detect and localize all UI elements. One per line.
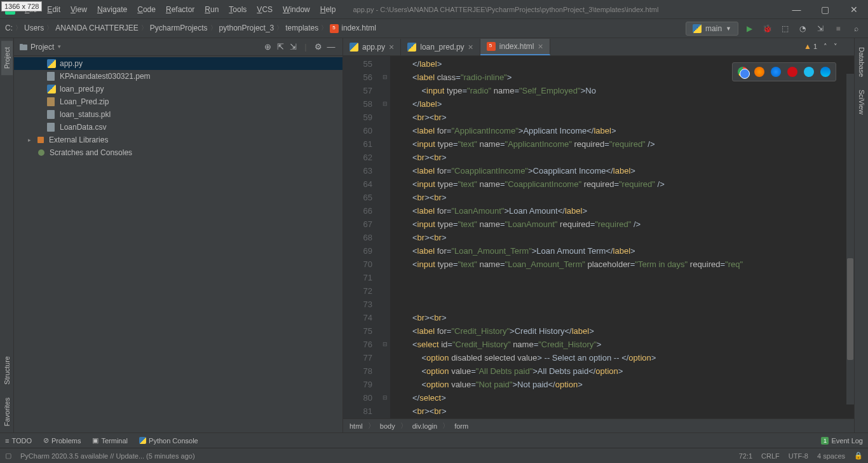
chevron-down-icon: ▼: [57, 44, 62, 50]
editor-tab[interactable]: index.html×: [480, 39, 550, 55]
todo-toolwindow-tab[interactable]: ≡TODO: [5, 437, 32, 445]
project-toolwindow-tab[interactable]: Project: [1, 41, 13, 75]
menu-edit[interactable]: Edit: [43, 3, 65, 17]
dimensions-badge: 868 x 463: [1, 1, 42, 11]
breadcrumbs: C:〉Users〉ANANDA CHATTERJEE〉PycharmProjec…: [5, 24, 376, 33]
external-libraries[interactable]: ▸External Libraries: [14, 134, 342, 146]
file-encoding[interactable]: UTF-8: [789, 452, 808, 460]
attach-button[interactable]: ⇲: [813, 22, 827, 36]
favorites-toolwindow-tab[interactable]: Favorites: [1, 391, 13, 432]
titlebar: FileEditViewNavigateCodeRefactorRunTools…: [0, 0, 868, 19]
stop-button[interactable]: ■: [831, 22, 845, 36]
breadcrumb-item[interactable]: ANANDA CHATTERJEE: [55, 24, 138, 32]
code-editor[interactable]: 5556575859606162636465666768697071727374…: [343, 56, 854, 418]
collapse-all-icon[interactable]: ⇲: [287, 42, 299, 52]
tree-item[interactable]: LoanData.csv: [14, 121, 342, 134]
divider: |: [299, 42, 312, 52]
breadcrumb-item[interactable]: C:: [5, 24, 13, 32]
run-button[interactable]: ▶: [742, 22, 756, 36]
inspection-badge[interactable]: ▲ 1 ˄ ˅: [804, 42, 837, 51]
locate-icon[interactable]: ⊕: [261, 42, 274, 52]
run-config-label: main: [705, 24, 722, 33]
next-highlight-icon[interactable]: ˅: [834, 43, 837, 51]
line-ending[interactable]: CRLF: [761, 452, 780, 460]
event-log-button[interactable]: 1 Event Log: [821, 437, 863, 445]
fold-gutter[interactable]: ⊟⊟⊟⊟: [380, 56, 390, 418]
menu-window[interactable]: Window: [278, 3, 315, 17]
lock-icon[interactable]: 🔒: [854, 452, 863, 460]
scrollbar-thumb[interactable]: [847, 258, 853, 360]
left-tool-stripe: Project Structure Favorites: [0, 38, 14, 432]
debug-button[interactable]: 🐞: [760, 22, 774, 36]
tree-item[interactable]: KPAnandatest030321.pem: [14, 70, 342, 83]
close-button[interactable]: ✕: [839, 0, 868, 19]
tree-item[interactable]: loan_status.pkl: [14, 108, 342, 121]
editor-tab[interactable]: loan_pred.py×: [401, 39, 480, 55]
breadcrumb-item[interactable]: pythonProject_3: [219, 24, 275, 32]
navbar: C:〉Users〉ANANDA CHATTERJEE〉PycharmProjec…: [0, 19, 868, 38]
menu-run[interactable]: Run: [200, 3, 223, 17]
scratches[interactable]: Scratches and Consoles: [14, 146, 342, 159]
search-everywhere-button[interactable]: ⌕: [849, 22, 863, 36]
status-message[interactable]: PyCharm 2020.3.5 available // Update... …: [20, 452, 195, 460]
notification-badge-icon: 1: [821, 437, 829, 445]
python-console-toolwindow-tab[interactable]: Python Console: [139, 437, 198, 445]
menubar: FileEditViewNavigateCodeRefactorRunTools…: [20, 3, 340, 17]
caret-position[interactable]: 72:1: [739, 452, 752, 460]
indent-config[interactable]: 4 spaces: [817, 452, 845, 460]
breadcrumb-item[interactable]: PycharmProjects: [150, 24, 208, 32]
settings-icon[interactable]: ⚙: [312, 42, 325, 52]
vertical-scrollbar[interactable]: [846, 74, 854, 404]
tree-item[interactable]: Loan_Pred.zip: [14, 95, 342, 108]
editor-crumb[interactable]: div.login: [412, 422, 438, 430]
menu-refactor[interactable]: Refactor: [161, 3, 199, 17]
breadcrumb-item[interactable]: Users: [24, 24, 44, 32]
breadcrumb-item[interactable]: index.html: [330, 24, 376, 33]
profile-button[interactable]: ◔: [796, 22, 810, 36]
editor-crumb[interactable]: body: [380, 422, 395, 430]
project-tree[interactable]: app.pyKPAnandatest030321.pemloan_pred.py…: [14, 56, 342, 432]
menu-tools[interactable]: Tools: [224, 3, 251, 17]
status-icon[interactable]: ▢: [5, 452, 11, 460]
menu-vcs[interactable]: VCS: [252, 3, 277, 17]
maximize-button[interactable]: ▢: [811, 0, 839, 19]
svg-rect-3: [20, 44, 23, 46]
svg-rect-4: [37, 137, 44, 143]
python-icon: [693, 24, 702, 33]
warning-icon: ▲: [804, 42, 811, 51]
bottom-tool-stripe: ≡TODO ⊘Problems ▣Terminal Python Console…: [0, 432, 868, 448]
structure-toolwindow-tab[interactable]: Structure: [1, 350, 13, 391]
database-toolwindow-tab[interactable]: Database: [856, 41, 867, 83]
svg-point-5: [38, 149, 44, 156]
close-tab-icon[interactable]: ×: [538, 41, 543, 52]
run-config-selector[interactable]: main ▼: [686, 22, 738, 36]
editor-area: app.py×loan_pred.py×index.html× ▲ 1 ˄ ˅ …: [343, 38, 854, 432]
editor-tab[interactable]: app.py×: [343, 39, 401, 55]
window-title: app.py - C:\Users\ANANDA CHATTERJEE\Pych…: [353, 6, 782, 13]
prev-highlight-icon[interactable]: ˄: [824, 43, 827, 51]
close-tab-icon[interactable]: ×: [389, 42, 394, 52]
minimize-button[interactable]: —: [782, 0, 811, 19]
expand-all-icon[interactable]: ⇱: [274, 42, 287, 52]
problems-toolwindow-tab[interactable]: ⊘Problems: [43, 436, 81, 445]
chevron-down-icon: ▼: [726, 25, 731, 32]
hide-icon[interactable]: —: [325, 42, 337, 52]
sciview-toolwindow-tab[interactable]: SciView: [856, 83, 867, 121]
editor-crumb[interactable]: form: [454, 422, 468, 430]
tree-item[interactable]: app.py: [14, 57, 342, 70]
menu-view[interactable]: View: [66, 3, 92, 17]
coverage-button[interactable]: ⬚: [778, 22, 792, 36]
menu-code[interactable]: Code: [133, 3, 160, 17]
menu-help[interactable]: Help: [316, 3, 341, 17]
project-panel: Project ▼ ⊕ ⇱ ⇲ | ⚙ — app.pyKPAnandatest…: [14, 38, 343, 432]
breadcrumb-item[interactable]: templates: [285, 24, 318, 32]
code-content[interactable]: </label> <label class="radio-inline"> <i…: [390, 56, 854, 418]
statusbar: ▢ PyCharm 2020.3.5 available // Update..…: [0, 448, 868, 463]
menu-navigate[interactable]: Navigate: [93, 3, 132, 17]
close-tab-icon[interactable]: ×: [468, 42, 473, 52]
editor-crumb[interactable]: html: [349, 422, 363, 430]
tree-item[interactable]: loan_pred.py: [14, 83, 342, 95]
editor-breadcrumbs: html〉body〉div.login〉form: [343, 418, 854, 432]
project-panel-title[interactable]: Project ▼: [19, 43, 62, 52]
terminal-toolwindow-tab[interactable]: ▣Terminal: [92, 436, 128, 445]
